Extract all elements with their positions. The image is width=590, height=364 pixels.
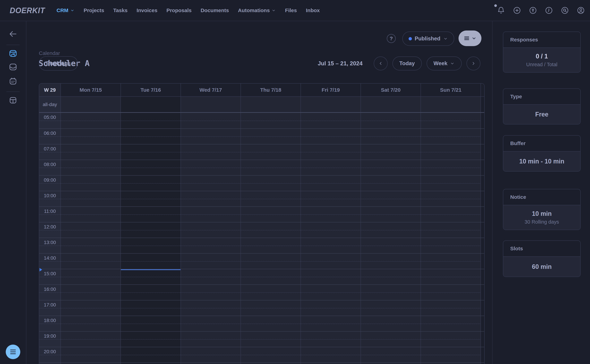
time-slot-sat-12:00[interactable]: [361, 222, 420, 238]
time-slot-thu-18:00[interactable]: [241, 316, 301, 331]
time-slot-tue-14:00[interactable]: [121, 254, 181, 269]
calendar-dots-icon[interactable]: [9, 77, 17, 85]
bookings-gauge-icon[interactable]: [9, 49, 17, 58]
user-profile-icon[interactable]: [577, 6, 585, 14]
location-pin-icon[interactable]: [529, 6, 537, 14]
time-slot-mon[interactable]: [60, 363, 121, 364]
time-slot-tue-05:00[interactable]: [121, 113, 181, 129]
time-slot-mon-15:00[interactable]: [60, 269, 121, 285]
time-slot-fri-13:00[interactable]: [301, 238, 361, 253]
time-slot-sat-06:00[interactable]: [361, 129, 420, 144]
time-slot-mon-10:00[interactable]: [60, 191, 121, 207]
time-slot-mon-17:00[interactable]: [60, 300, 121, 316]
nav-item-documents[interactable]: Documents: [196, 7, 233, 13]
time-slot-mon-20:00[interactable]: [60, 347, 121, 363]
time-slot-sun-20:00[interactable]: [420, 347, 481, 363]
time-slot-thu-14:00[interactable]: [241, 254, 301, 269]
time-slot-sun-17:00[interactable]: [420, 300, 481, 316]
time-slot-thu-16:00[interactable]: [241, 285, 301, 300]
time-slot-tue-06:00[interactable]: [121, 129, 181, 144]
time-slot-mon-11:00[interactable]: [60, 207, 121, 222]
time-slot-sat-05:00[interactable]: [361, 113, 420, 129]
previous-week-button[interactable]: [374, 57, 388, 70]
time-slot-sun-09:00[interactable]: [420, 176, 481, 191]
actions-menu-button[interactable]: [459, 31, 481, 46]
status-dropdown[interactable]: Published: [402, 32, 454, 46]
time-slot-sat-09:00[interactable]: [361, 176, 420, 191]
time-slot-sat[interactable]: [361, 363, 420, 364]
back-arrow-icon[interactable]: [8, 29, 18, 39]
time-slot-sat-14:00[interactable]: [361, 254, 420, 269]
time-slot-fri-19:00[interactable]: [301, 332, 361, 347]
time-slot-wed-19:00[interactable]: [181, 332, 241, 347]
time-slot-sun-06:00[interactable]: [420, 129, 481, 144]
time-slot-mon-14:00[interactable]: [60, 254, 121, 269]
time-slot-wed-16:00[interactable]: [181, 285, 241, 300]
time-slot-sat-13:00[interactable]: [361, 238, 420, 253]
time-slot-sat-08:00[interactable]: [361, 160, 420, 175]
time-slot-tue-09:00[interactable]: [121, 176, 181, 191]
time-slot-wed-10:00[interactable]: [181, 191, 241, 207]
nav-item-files[interactable]: Files: [281, 7, 301, 13]
time-slot-thu-19:00[interactable]: [241, 332, 301, 347]
time-slot-fri-11:00[interactable]: [301, 207, 361, 222]
time-slot-fri-06:00[interactable]: [301, 129, 361, 144]
time-slot-sat-10:00[interactable]: [361, 191, 420, 207]
time-slot-wed-08:00[interactable]: [181, 160, 241, 175]
all-day-slot-sat[interactable]: [361, 97, 420, 112]
time-slot-mon-13:00[interactable]: [60, 238, 121, 253]
time-slot-thu-08:00[interactable]: [241, 160, 301, 175]
time-slot-fri-12:00[interactable]: [301, 222, 361, 238]
time-slot-tue-19:00[interactable]: [121, 332, 181, 347]
all-day-slot-thu[interactable]: [241, 97, 301, 112]
time-slot-fri-09:00[interactable]: [301, 176, 361, 191]
time-slot-wed-17:00[interactable]: [181, 300, 241, 316]
time-slot-wed-14:00[interactable]: [181, 254, 241, 269]
all-day-slot-sun[interactable]: [420, 97, 481, 112]
time-slot-mon-05:00[interactable]: [60, 113, 121, 129]
time-slot-sun-19:00[interactable]: [420, 332, 481, 347]
search-icon[interactable]: [561, 6, 569, 14]
nav-item-tasks[interactable]: Tasks: [109, 7, 132, 13]
time-slot-fri-14:00[interactable]: [301, 254, 361, 269]
time-slot-wed-13:00[interactable]: [181, 238, 241, 253]
time-slot-thu-09:00[interactable]: [241, 176, 301, 191]
time-slot-thu-11:00[interactable]: [241, 207, 301, 222]
time-slot-thu-05:00[interactable]: [241, 113, 301, 129]
time-slot-wed-18:00[interactable]: [181, 316, 241, 331]
time-slot-thu-13:00[interactable]: [241, 238, 301, 253]
nav-item-automations[interactable]: Automations: [233, 7, 281, 13]
time-slot-sat-11:00[interactable]: [361, 207, 420, 222]
all-day-slot-tue[interactable]: [121, 97, 181, 112]
time-slot-tue-15:00[interactable]: [121, 269, 181, 285]
add-new-icon[interactable]: [513, 6, 521, 14]
time-slot-sun-14:00[interactable]: [420, 254, 481, 269]
time-slot-thu-12:00[interactable]: [241, 222, 301, 238]
time-slot-fri-05:00[interactable]: [301, 113, 361, 129]
time-slot-tue-20:00[interactable]: [121, 347, 181, 363]
today-button[interactable]: Today: [393, 57, 422, 70]
time-slot-tue-17:00[interactable]: [121, 300, 181, 316]
nav-item-crm[interactable]: CRM: [52, 7, 79, 13]
time-slot-wed-12:00[interactable]: [181, 222, 241, 238]
time-slot-sun-13:00[interactable]: [420, 238, 481, 253]
time-slot-fri-08:00[interactable]: [301, 160, 361, 175]
time-slot-mon-18:00[interactable]: [60, 316, 121, 331]
time-slot-thu-20:00[interactable]: [241, 347, 301, 363]
help-icon[interactable]: ?: [387, 34, 396, 43]
view-select-week[interactable]: Week: [427, 57, 462, 70]
time-slot-thu-17:00[interactable]: [241, 300, 301, 316]
time-slot-sat-20:00[interactable]: [361, 347, 420, 363]
time-slot-tue-16:00[interactable]: [121, 285, 181, 300]
nav-item-proposals[interactable]: Proposals: [162, 7, 196, 13]
time-slot-fri-10:00[interactable]: [301, 191, 361, 207]
time-slot-thu-07:00[interactable]: [241, 144, 301, 160]
time-slot-thu-10:00[interactable]: [241, 191, 301, 207]
time-slot-sun-15:00[interactable]: [420, 269, 481, 285]
time-slot-wed-09:00[interactable]: [181, 176, 241, 191]
time-slot-tue-18:00[interactable]: [121, 316, 181, 331]
time-slot-thu-15:00[interactable]: [241, 269, 301, 285]
time-slot-sun-12:00[interactable]: [420, 222, 481, 238]
time-slot-wed-05:00[interactable]: [181, 113, 241, 129]
time-slot-wed[interactable]: [181, 363, 241, 364]
